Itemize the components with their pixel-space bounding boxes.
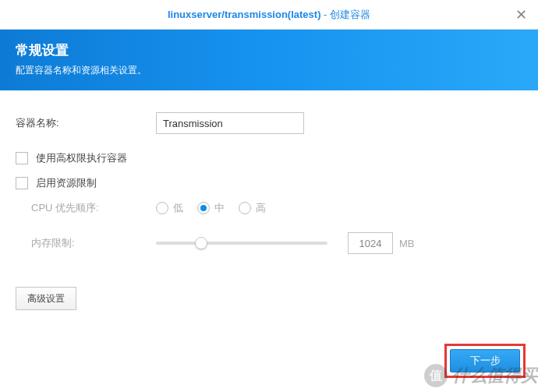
banner-heading: 常规设置 (16, 41, 522, 59)
memory-limit-label: 内存限制: (31, 236, 156, 250)
cpu-radio-high-wrap: 高 (239, 201, 266, 215)
titlebar: linuxserver/transmission(latest) - 创建容器 … (0, 0, 538, 30)
high-priv-row: 使用高权限执行容器 (16, 151, 522, 165)
cpu-medium-label: 中 (214, 201, 225, 215)
cpu-radio-high[interactable] (239, 202, 251, 214)
cpu-radio-low-wrap: 低 (156, 201, 183, 215)
next-button[interactable]: 下一步 (450, 349, 520, 373)
resource-limit-label: 启用资源限制 (36, 176, 97, 190)
advanced-settings-button[interactable]: 高级设置 (16, 287, 76, 310)
cpu-radio-low[interactable] (156, 202, 168, 214)
resource-limit-checkbox[interactable] (16, 177, 28, 189)
title-separator: - (320, 9, 330, 20)
title-action: 创建容器 (330, 9, 370, 20)
high-priv-label: 使用高权限执行容器 (36, 151, 127, 165)
container-name-row: 容器名称: (16, 112, 522, 134)
cpu-radio-medium-wrap: 中 (197, 201, 225, 215)
cpu-priority-radios: 低 中 高 (156, 201, 266, 215)
cpu-low-label: 低 (173, 201, 183, 215)
container-name-label: 容器名称: (16, 116, 156, 130)
image-name: linuxserver/transmission(latest) (168, 9, 321, 20)
memory-input[interactable] (348, 232, 393, 254)
cpu-priority-row: CPU 优先顺序: 低 中 高 (31, 201, 522, 215)
cpu-radio-medium[interactable] (197, 202, 210, 214)
resource-limit-row: 启用资源限制 (16, 176, 522, 190)
memory-limit-row: 内存限制: MB (31, 232, 522, 254)
footer: 下一步 (444, 344, 526, 378)
close-icon[interactable]: ✕ (515, 6, 527, 23)
next-button-highlight: 下一步 (444, 344, 526, 378)
memory-unit: MB (399, 238, 415, 249)
content: 容器名称: 使用高权限执行容器 启用资源限制 CPU 优先顺序: 低 中 高 (0, 90, 538, 318)
cpu-priority-label: CPU 优先顺序: (31, 201, 156, 215)
window-title: linuxserver/transmission(latest) - 创建容器 (168, 8, 370, 22)
memory-slider-thumb[interactable] (195, 237, 207, 249)
cpu-high-label: 高 (256, 201, 266, 215)
banner: 常规设置 配置容器名称和资源相关设置。 (0, 30, 538, 90)
container-name-input[interactable] (156, 112, 304, 134)
banner-subheading: 配置容器名称和资源相关设置。 (16, 64, 522, 77)
high-priv-checkbox[interactable] (16, 152, 28, 164)
memory-slider[interactable] (156, 242, 327, 245)
memory-fields: MB (156, 232, 415, 254)
